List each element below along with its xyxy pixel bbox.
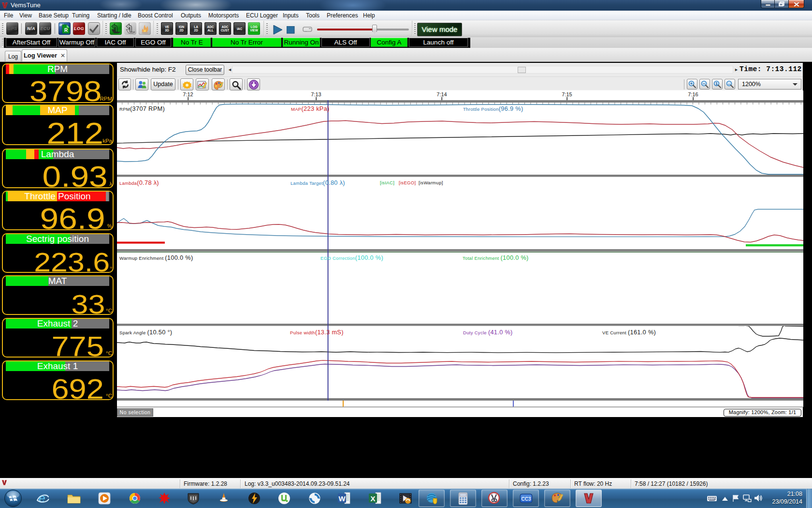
svg-text:RPM(3707 RPM): RPM(3707 RPM)	[119, 105, 165, 112]
svg-text:[isIAC]: [isIAC]	[380, 180, 394, 185]
svg-text:Throttle Position(96.9 %): Throttle Position(96.9 %)	[463, 105, 523, 112]
svg-text:W: W	[338, 494, 346, 503]
svg-text:+: +	[690, 81, 693, 86]
svg-text:↔: ↔	[727, 81, 731, 86]
svg-text:7:15: 7:15	[562, 91, 572, 97]
svg-text:7:12: 7:12	[183, 91, 193, 97]
svg-text:Lambda(0.78 λ): Lambda(0.78 λ)	[119, 179, 159, 186]
svg-text:e: e	[39, 492, 45, 505]
svg-text:CC3: CC3	[521, 496, 531, 502]
svg-text:Lambda Target(0.80 λ): Lambda Target(0.80 λ)	[290, 179, 345, 186]
svg-text:Pulse width(13.3 mS): Pulse width(13.3 mS)	[290, 329, 344, 336]
svg-text:MAP(223 kPa): MAP(223 kPa)	[291, 105, 330, 112]
svg-text:7:13: 7:13	[311, 91, 321, 97]
svg-text:VE Current (161.0 %): VE Current (161.0 %)	[602, 329, 656, 336]
svg-text:Duty Cycle (41.0 %): Duty Cycle (41.0 %)	[463, 329, 513, 336]
svg-text:7:16: 7:16	[688, 91, 698, 97]
svg-text:7:14: 7:14	[436, 91, 447, 97]
svg-text:EGO Correction(100.0 %): EGO Correction(100.0 %)	[320, 254, 383, 261]
svg-text:X: X	[370, 494, 375, 503]
svg-text:−: −	[703, 81, 705, 86]
svg-text:[isWarmup]: [isWarmup]	[419, 180, 443, 185]
svg-text:Spark Angle (10.50 °): Spark Angle (10.50 °)	[119, 329, 172, 336]
svg-text:1: 1	[715, 81, 718, 86]
svg-text:Warmup Enrichment (100.0 %): Warmup Enrichment (100.0 %)	[119, 254, 193, 261]
svg-text:[isEGO]: [isEGO]	[399, 180, 416, 185]
svg-text:Total Enrichment (100.0 %): Total Enrichment (100.0 %)	[463, 254, 529, 261]
svg-text:R: R	[64, 28, 68, 33]
